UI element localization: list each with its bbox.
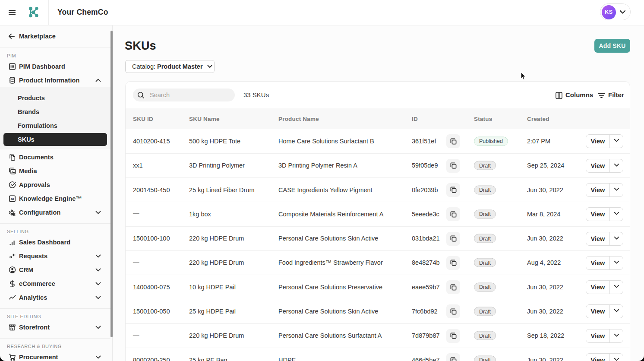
svg-text:AI: AI xyxy=(11,197,14,201)
